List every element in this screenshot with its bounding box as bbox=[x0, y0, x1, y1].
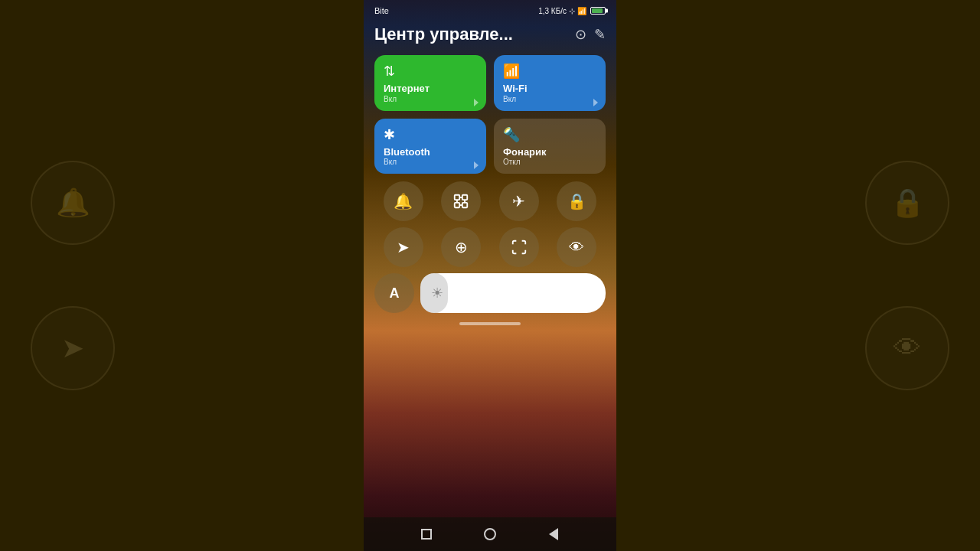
svg-rect-2 bbox=[455, 203, 459, 207]
bg-eye-icon: 👁 bbox=[865, 306, 949, 390]
brightness-sun-icon: ☀ bbox=[431, 285, 443, 302]
flashlight-label: Фонарик bbox=[503, 146, 596, 158]
wifi-tile[interactable]: 📶 Wi-Fi Вкл bbox=[494, 55, 606, 111]
wifi-arrow bbox=[593, 99, 598, 106]
flashlight-sublabel: Откл bbox=[503, 158, 596, 166]
wifi-label: Wi-Fi bbox=[503, 83, 596, 95]
bg-location-icon: ➤ bbox=[31, 306, 115, 390]
svg-rect-0 bbox=[455, 195, 459, 200]
internet-sublabel: Вкл bbox=[384, 95, 477, 103]
screenshot-button[interactable] bbox=[441, 181, 481, 221]
status-bar: Bite 1,3 КБ/с ⊹ 📶 bbox=[364, 0, 616, 18]
rotation-button[interactable]: ⊕ bbox=[441, 227, 481, 267]
svg-rect-1 bbox=[462, 195, 467, 200]
lock-rotation-button[interactable]: 🔒 bbox=[557, 181, 596, 221]
circle-icon bbox=[484, 528, 496, 540]
edit-icon[interactable]: ✎ bbox=[594, 26, 606, 43]
speed-label: 1,3 КБ/с bbox=[538, 7, 567, 15]
settings-icon[interactable]: ⊙ bbox=[575, 26, 586, 43]
battery-icon bbox=[590, 7, 606, 15]
wifi-sublabel: Вкл bbox=[503, 95, 596, 103]
icon-row-1: 🔔 ✈ 🔒 bbox=[374, 181, 606, 221]
recent-apps-button[interactable] bbox=[415, 523, 438, 546]
icon-row-2: ➤ ⊕ 👁 bbox=[374, 227, 606, 267]
cc-header: Центр управле... ⊙ ✎ bbox=[374, 24, 606, 44]
bg-bell-icon: 🔔 bbox=[31, 161, 115, 245]
signal-icon: ⊹ bbox=[569, 7, 575, 15]
internet-tile[interactable]: ⇅ Интернет Вкл bbox=[374, 55, 486, 111]
internet-icon: ⇅ bbox=[384, 63, 477, 80]
bg-right-col: 🔒 👁 bbox=[865, 161, 949, 390]
flashlight-icon: 🔦 bbox=[503, 126, 596, 143]
wifi-icon: 📶 bbox=[503, 63, 596, 80]
cc-title: Центр управле... bbox=[374, 24, 513, 44]
font-icon: A bbox=[390, 285, 400, 302]
phone-frame: Bite 1,3 КБ/с ⊹ 📶 Центр управле... ⊙ ✎ ⇅… bbox=[364, 0, 616, 551]
brightness-slider-container[interactable]: ☀ bbox=[420, 273, 606, 313]
carrier-label: Bite bbox=[374, 6, 389, 15]
bluetooth-icon: ✱ bbox=[384, 126, 477, 143]
tiles-row-1: ⇅ Интернет Вкл 📶 Wi-Fi Вкл bbox=[374, 55, 606, 111]
bluetooth-sublabel: Вкл bbox=[384, 158, 477, 166]
cc-header-icons: ⊙ ✎ bbox=[575, 26, 606, 43]
bell-button[interactable]: 🔔 bbox=[384, 181, 423, 221]
control-center: Центр управле... ⊙ ✎ ⇅ Интернет Вкл 📶 Wi… bbox=[364, 18, 616, 517]
battery-fill bbox=[592, 8, 603, 13]
bluetooth-arrow bbox=[474, 161, 479, 169]
internet-label: Интернет bbox=[384, 83, 477, 95]
bottom-nav bbox=[364, 517, 616, 551]
square-icon bbox=[421, 529, 432, 540]
airplane-button[interactable]: ✈ bbox=[499, 181, 539, 221]
triangle-icon bbox=[549, 528, 558, 540]
bg-left-col: 🔔 ➤ bbox=[31, 161, 115, 390]
internet-arrow bbox=[474, 99, 479, 106]
back-button[interactable] bbox=[542, 523, 565, 546]
scan-button[interactable] bbox=[499, 227, 539, 267]
brightness-row: A ☀ bbox=[374, 273, 606, 313]
bluetooth-tile[interactable]: ✱ Bluetooth Вкл bbox=[374, 119, 486, 174]
tiles-row-2: ✱ Bluetooth Вкл 🔦 Фонарик Откл bbox=[374, 119, 606, 174]
home-indicator bbox=[459, 322, 521, 325]
status-right: 1,3 КБ/с ⊹ 📶 bbox=[538, 7, 606, 15]
font-size-button[interactable]: A bbox=[374, 273, 414, 313]
bluetooth-label: Bluetooth bbox=[384, 146, 477, 158]
home-button[interactable] bbox=[479, 523, 501, 546]
location-button[interactable]: ➤ bbox=[384, 227, 423, 267]
flashlight-tile[interactable]: 🔦 Фонарик Откл bbox=[494, 119, 606, 174]
eye-button[interactable]: 👁 bbox=[557, 227, 596, 267]
bg-lock-icon: 🔒 bbox=[865, 161, 949, 245]
wifi-status-icon: 📶 bbox=[577, 7, 586, 15]
svg-rect-3 bbox=[462, 203, 467, 207]
